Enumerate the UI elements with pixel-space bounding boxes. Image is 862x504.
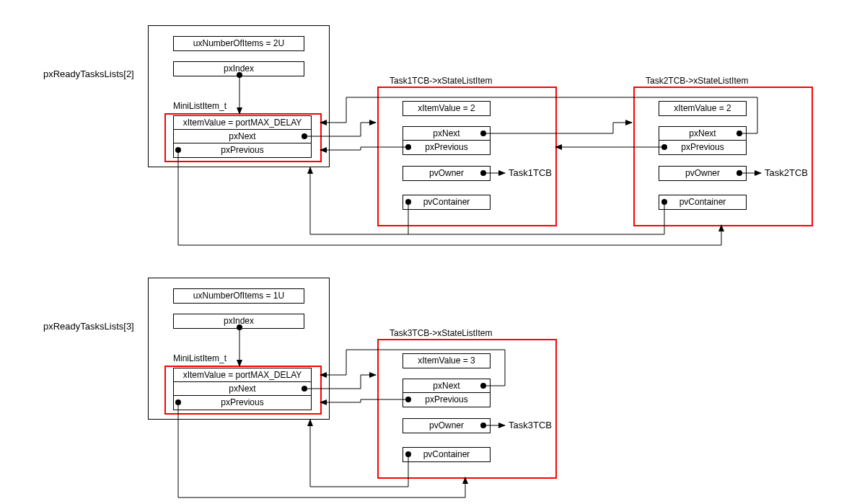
task1-pxnext: pxNext: [403, 126, 491, 141]
dot: [736, 170, 742, 176]
task1-pvcontainer: pvContainer: [403, 195, 491, 210]
dot: [480, 131, 486, 136]
list3-title: pxReadyTasksLists[3]: [43, 321, 134, 332]
dot: [237, 72, 242, 78]
list2-mini-label: MiniListItem_t: [173, 101, 227, 111]
dot: [736, 131, 742, 136]
task2-pvcontainer: pvContainer: [659, 195, 747, 210]
dot: [661, 199, 667, 205]
task1-title: Task1TCB->xStateListItem: [390, 76, 492, 86]
dot: [480, 170, 486, 176]
task2-title: Task2TCB->xStateListItem: [646, 76, 748, 86]
task1-owner-target: Task1TCB: [509, 167, 552, 178]
task1-pxprev: pxPrevious: [403, 140, 491, 155]
dot: [405, 144, 411, 150]
task3-title: Task3TCB->xStateListItem: [390, 328, 492, 338]
list3-xitemvalue: xItemValue = portMAX_DELAY: [173, 368, 312, 383]
list2-title: pxReadyTasksLists[2]: [43, 68, 134, 79]
task2-pxprev: pxPrevious: [659, 140, 747, 155]
task3-pvcontainer: pvContainer: [403, 447, 491, 462]
dot: [405, 397, 411, 402]
list3-pxprev: pxPrevious: [173, 395, 312, 410]
list3-pxnext: pxNext: [173, 381, 312, 397]
dot: [405, 199, 411, 205]
list2-xitemvalue: xItemValue = portMAX_DELAY: [173, 115, 312, 131]
task3-pxnext: pxNext: [403, 379, 491, 394]
task3-xitemvalue: xItemValue = 3: [403, 353, 491, 368]
task2-xitemvalue: xItemValue = 2: [659, 101, 747, 116]
dot: [480, 423, 486, 428]
task2-pvowner: pvOwner: [659, 166, 747, 181]
dot: [302, 133, 307, 139]
task3-owner-target: Task3TCB: [509, 420, 552, 430]
dot: [237, 324, 242, 330]
list3-mini-label: MiniListItem_t: [173, 353, 227, 363]
task3-pxprev: pxPrevious: [403, 392, 491, 407]
list3-uxnum: uxNumberOfItems = 1U: [173, 288, 304, 304]
task2-pxnext: pxNext: [659, 126, 747, 141]
task2-owner-target: Task2TCB: [765, 167, 808, 178]
task1-xitemvalue: xItemValue = 2: [403, 101, 491, 116]
task3-pvowner: pvOwner: [403, 418, 491, 433]
dot: [175, 399, 181, 405]
list2-uxnum: uxNumberOfItems = 2U: [173, 36, 304, 51]
dot: [480, 383, 486, 389]
list2-pxnext: pxNext: [173, 129, 312, 144]
dot: [405, 451, 411, 457]
dot: [302, 386, 307, 392]
task1-pvowner: pvOwner: [403, 166, 491, 181]
dot: [661, 144, 667, 150]
dot: [175, 147, 181, 153]
list2-pxprev: pxPrevious: [173, 143, 312, 158]
